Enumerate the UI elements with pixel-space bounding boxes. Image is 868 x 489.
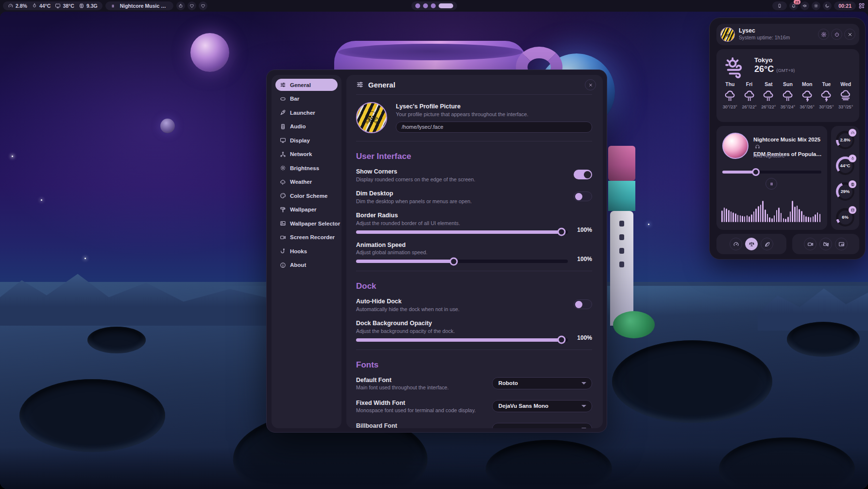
sun-wind-icon — [724, 56, 747, 78]
toggle-switch[interactable] — [574, 170, 592, 179]
screen-corner — [861, 482, 868, 489]
visualizer-bar — [767, 214, 768, 222]
session-button[interactable] — [831, 29, 842, 40]
tray-icon-button[interactable]: 23 — [789, 1, 798, 10]
sidebar-item[interactable]: Display — [275, 134, 338, 146]
session-button[interactable] — [818, 29, 829, 40]
chevron-down-icon — [581, 382, 586, 384]
gauge-badge — [849, 129, 856, 137]
power-profile-icon — [749, 241, 755, 247]
slider-knob[interactable] — [557, 336, 565, 344]
sidebar-item[interactable]: Screen Recorder — [275, 231, 338, 244]
tray-icon-button[interactable] — [772, 1, 787, 10]
sidebar-item-icon — [280, 109, 286, 116]
visualizer-bar — [765, 210, 766, 222]
sidebar-item-icon — [280, 234, 286, 241]
workspace-dot[interactable] — [415, 3, 420, 8]
media-progress-slider[interactable] — [722, 171, 821, 174]
sidebar-item[interactable]: Wallpaper — [275, 204, 338, 216]
slider-knob[interactable] — [557, 228, 565, 236]
clock[interactable]: 00:21 — [834, 1, 856, 10]
chevron-down-icon — [581, 428, 586, 428]
screen-tool-button[interactable] — [804, 238, 817, 250]
session-button-icon — [821, 32, 827, 37]
lighthouse-tower — [610, 211, 633, 326]
session-button-icon — [847, 32, 853, 37]
slider[interactable] — [356, 338, 568, 342]
profile-avatar[interactable] — [356, 102, 387, 133]
visualizer-bar — [726, 209, 727, 222]
visualizer-bar — [790, 211, 791, 222]
visualizer-bar — [744, 216, 746, 222]
sidebar-item[interactable]: Audio — [275, 121, 338, 133]
gauge-badge — [849, 155, 856, 162]
font-dropdown[interactable]: Roboto — [492, 377, 592, 389]
slider[interactable] — [356, 260, 568, 263]
forecast-day-label: Wed — [840, 81, 851, 87]
divider — [356, 271, 592, 271]
setting-label: Dock Background Opacity — [356, 320, 592, 327]
slider[interactable] — [356, 230, 568, 234]
forecast-weather-icon — [782, 89, 794, 102]
media-progress-fill — [722, 171, 756, 174]
forecast-day: Sat 26°/22° — [759, 81, 778, 109]
sidebar-item[interactable]: Weather — [275, 176, 338, 188]
session-button[interactable] — [844, 29, 855, 40]
setting-label: Auto-Hide Dock — [356, 298, 592, 305]
sidebar-item-icon — [280, 192, 286, 199]
pause-button[interactable] — [766, 178, 777, 190]
tray-icon — [825, 3, 830, 8]
workspace-dot[interactable] — [423, 3, 428, 8]
apps-grid-icon[interactable] — [858, 2, 865, 9]
close-icon — [588, 83, 593, 87]
sidebar-item[interactable]: Network — [275, 148, 338, 160]
settings-section: Dock Auto-Hide Dock Automatically hide t… — [356, 281, 592, 342]
workspace-dot[interactable] — [431, 3, 436, 8]
workspaces-indicator[interactable] — [411, 1, 457, 10]
sidebar-item[interactable]: Wallpaper Selector — [275, 217, 338, 229]
slider-knob[interactable] — [449, 257, 458, 265]
screen-tool-button[interactable] — [819, 238, 832, 250]
toggle-switch[interactable] — [574, 192, 592, 201]
tray-icon-button[interactable] — [812, 1, 820, 10]
font-dropdown[interactable] — [492, 423, 592, 429]
tray-icon — [777, 3, 782, 8]
visualizer-bar — [815, 214, 816, 222]
profile-path-input[interactable]: /home/lysec/.face — [396, 122, 592, 133]
screen-corner — [862, 12, 868, 17]
sidebar-item-label: Bar — [290, 96, 299, 102]
divider — [356, 141, 592, 141]
tower-mid-block — [608, 181, 635, 211]
settings-section: User Interface Show Corners Display roun… — [356, 152, 592, 263]
sidebar-item[interactable]: General — [275, 79, 338, 91]
visualizer-bar — [817, 212, 818, 222]
power-profile-button[interactable] — [730, 238, 742, 250]
tray-icon-button[interactable] — [823, 1, 832, 10]
close-button[interactable] — [585, 79, 596, 90]
sidebar-item[interactable]: Brightness — [275, 162, 338, 174]
sidebar-item[interactable]: Bar — [275, 93, 338, 105]
setting-label: Border Radius — [356, 212, 592, 219]
sidebar-item[interactable]: Color Scheme — [275, 190, 338, 202]
profile-desc: Your profile picture that appears throug… — [396, 111, 592, 117]
sidebar-item[interactable]: About — [275, 259, 338, 271]
sidebar-item[interactable]: Hooks — [275, 245, 338, 257]
power-profile-button[interactable] — [761, 238, 773, 250]
user-avatar — [720, 27, 735, 42]
visualizer-bar — [771, 218, 773, 222]
tower-top-block — [608, 146, 635, 181]
workspace-active[interactable] — [439, 3, 453, 8]
screen-tool-button[interactable] — [835, 238, 848, 250]
settings-main: General Lysec's Profile Picture Your pro… — [346, 75, 603, 428]
visualizer-bar — [813, 216, 814, 222]
tray-icon-button[interactable] — [800, 1, 809, 10]
system-gauge: 2.8% — [836, 131, 854, 149]
sidebar-item[interactable]: Launcher — [275, 106, 338, 119]
toggle-switch[interactable] — [574, 299, 592, 309]
album-art — [722, 133, 749, 159]
font-dropdown[interactable]: DejaVu Sans Mono — [492, 400, 592, 412]
sidebar-item-icon — [280, 248, 286, 254]
forecast-weather-icon — [801, 89, 814, 102]
media-progress-knob[interactable] — [752, 168, 760, 176]
power-profile-button[interactable] — [745, 238, 758, 250]
